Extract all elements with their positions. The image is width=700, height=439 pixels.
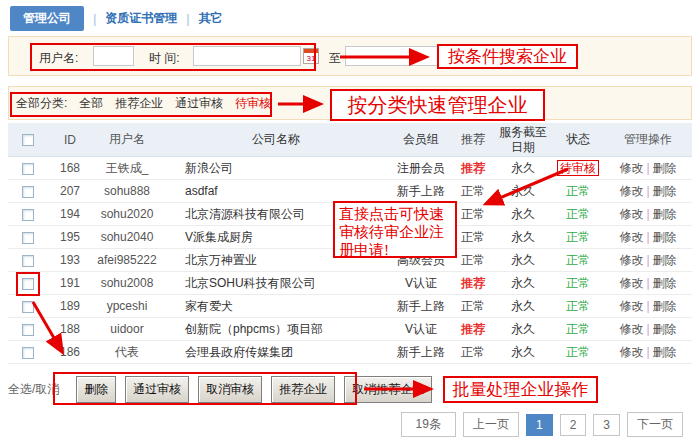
calendar-day-text: 31: [304, 53, 318, 64]
cell-username[interactable]: ypceshi: [92, 299, 162, 313]
column-header-group: 会员组: [390, 131, 452, 148]
cell-recommend-status[interactable]: 推荐: [452, 160, 494, 177]
delete-link[interactable]: 删除: [653, 276, 677, 290]
username-input[interactable]: [93, 46, 134, 66]
delete-button[interactable]: 删除: [76, 376, 116, 403]
delete-link[interactable]: 删除: [653, 230, 677, 244]
time-from-input[interactable]: [193, 46, 301, 66]
edit-link[interactable]: 修改: [619, 299, 643, 313]
delete-link[interactable]: 删除: [653, 184, 677, 198]
cell-recommend-status[interactable]: 正常: [452, 252, 494, 269]
cell-username[interactable]: uidoor: [92, 322, 162, 336]
unapprove-button[interactable]: 取消审核: [198, 376, 262, 403]
cell-service-date: 永久: [494, 322, 552, 337]
row-checkbox[interactable]: [22, 347, 34, 359]
prev-page-button[interactable]: 上一页: [463, 412, 519, 437]
calendar-icon[interactable]: 31: [303, 48, 319, 64]
cell-username[interactable]: sohu2020: [92, 207, 162, 221]
cell-recommend-status[interactable]: 推荐: [452, 321, 494, 338]
cell-status[interactable]: 正常: [566, 345, 590, 359]
cell-username[interactable]: sohu2008: [92, 276, 162, 290]
row-checkbox[interactable]: [22, 186, 34, 198]
cell-id: 195: [48, 230, 92, 244]
delete-link[interactable]: 删除: [653, 322, 677, 336]
cell-company-name[interactable]: 新浪公司: [162, 160, 390, 177]
cell-status[interactable]: 正常: [566, 207, 590, 221]
row-checkbox[interactable]: [22, 163, 34, 175]
filter-option-pending[interactable]: 待审核: [235, 95, 271, 112]
edit-link[interactable]: 修改: [619, 345, 643, 359]
next-page-button[interactable]: 下一页: [627, 412, 683, 437]
unrecommend-button[interactable]: 取消推荐企业: [344, 376, 432, 403]
cell-username[interactable]: sohu888: [92, 184, 162, 198]
filter-option-all[interactable]: 全部: [79, 95, 103, 112]
total-count-badge: 19条: [401, 412, 456, 437]
column-header-username: 用户名: [92, 131, 162, 148]
cell-recommend-status[interactable]: 推荐: [452, 275, 494, 292]
approve-button[interactable]: 通过审核: [125, 376, 189, 403]
delete-link[interactable]: 删除: [653, 253, 677, 267]
filter-option-recommended[interactable]: 推荐企业: [115, 95, 163, 112]
edit-link[interactable]: 修改: [619, 276, 643, 290]
row-checkbox[interactable]: [22, 278, 34, 290]
cell-service-date: 永久: [494, 276, 552, 291]
operation-separator: |: [646, 207, 649, 221]
recommend-button[interactable]: 推荐企业: [271, 376, 335, 403]
tab-certificate-management[interactable]: 资质证书管理: [105, 10, 177, 27]
row-checkbox[interactable]: [22, 324, 34, 336]
page-button-2[interactable]: 2: [560, 414, 587, 436]
delete-link[interactable]: 删除: [653, 345, 677, 359]
cell-id: 191: [48, 276, 92, 290]
row-checkbox[interactable]: [22, 209, 34, 221]
cell-company-name[interactable]: 家有爱犬: [162, 298, 390, 315]
cell-recommend-status[interactable]: 正常: [452, 206, 494, 223]
delete-link[interactable]: 删除: [653, 161, 677, 175]
row-checkbox[interactable]: [22, 301, 34, 313]
delete-link[interactable]: 删除: [653, 299, 677, 313]
table-row: 189 ypceshi 家有爱犬 新手上路 正常 永久 正常 修改|删除: [8, 295, 692, 318]
page-button-1[interactable]: 1: [526, 414, 553, 436]
edit-link[interactable]: 修改: [619, 253, 643, 267]
cell-service-date: 永久: [494, 299, 552, 314]
row-checkbox[interactable]: [22, 255, 34, 267]
cell-status[interactable]: 正常: [566, 322, 590, 336]
table-header-row: ID 用户名 公司名称 会员组 推荐 服务截至日期 状态 管理操作: [8, 123, 692, 157]
cell-status[interactable]: 正常: [566, 253, 590, 267]
cell-username[interactable]: 王铁成_: [92, 160, 162, 177]
cell-company-name[interactable]: 会理县政府传媒集团: [162, 344, 390, 361]
cell-username[interactable]: 代表: [92, 344, 162, 361]
cell-recommend-status[interactable]: 正常: [452, 344, 494, 361]
edit-link[interactable]: 修改: [619, 207, 643, 221]
tab-separator: |: [93, 12, 96, 26]
cell-status[interactable]: 待审核: [557, 160, 599, 176]
edit-link[interactable]: 修改: [619, 230, 643, 244]
cell-username[interactable]: afei985222: [92, 253, 162, 267]
cell-username[interactable]: sohu2040: [92, 230, 162, 244]
tab-other[interactable]: 其它: [199, 10, 223, 27]
annotation-search-tip: 按条件搜索企业: [437, 44, 578, 69]
edit-link[interactable]: 修改: [619, 184, 643, 198]
cell-status[interactable]: 正常: [566, 230, 590, 244]
cell-company-name[interactable]: 北京SOHU科技有限公司: [162, 275, 390, 292]
filter-option-approved[interactable]: 通过审核: [175, 95, 223, 112]
edit-link[interactable]: 修改: [619, 322, 643, 336]
table-row: 186 代表 会理县政府传媒集团 新手上路 正常 永久 正常 修改|删除: [8, 341, 692, 364]
delete-link[interactable]: 删除: [653, 207, 677, 221]
cell-status[interactable]: 正常: [566, 184, 590, 198]
cell-recommend-status[interactable]: 正常: [452, 183, 494, 200]
table-row: 188 uidoor 创新院（phpcms）项目部 V认证 推荐 永久 正常 修…: [8, 318, 692, 341]
cell-recommend-status[interactable]: 正常: [452, 229, 494, 246]
cell-company-name[interactable]: asdfaf: [162, 184, 390, 198]
select-all-toggle[interactable]: 全选/取消: [8, 381, 59, 398]
cell-status[interactable]: 正常: [566, 299, 590, 313]
row-checkbox[interactable]: [22, 232, 34, 244]
page-button-3[interactable]: 3: [593, 414, 620, 436]
select-all-checkbox[interactable]: [22, 134, 34, 146]
cell-recommend-status[interactable]: 正常: [452, 298, 494, 315]
cell-id: 189: [48, 299, 92, 313]
cell-status[interactable]: 正常: [566, 276, 590, 290]
edit-link[interactable]: 修改: [619, 161, 643, 175]
cell-company-name[interactable]: 创新院（phpcms）项目部: [162, 321, 390, 338]
tab-manage-company[interactable]: 管理公司: [10, 6, 84, 31]
category-filter-label: 全部分类:: [16, 95, 67, 112]
